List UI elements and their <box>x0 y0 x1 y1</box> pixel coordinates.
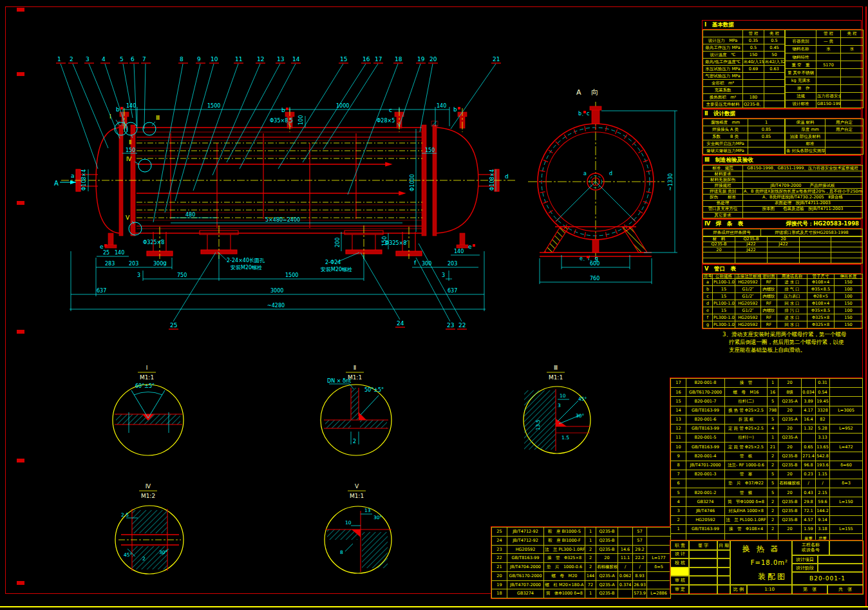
bom-no: 21 <box>492 563 507 572</box>
bom-total-weight: 1.15 <box>816 470 830 479</box>
welding-code: 焊接代号：HG20583-1998 <box>786 220 859 227</box>
table-row <box>703 258 863 263</box>
balloon-3: 3 <box>86 56 90 62</box>
cell-label: 焊接接头 A 类 <box>703 126 748 133</box>
cell-value <box>841 77 863 84</box>
nozzle-row: fPL300-1.0HG20592RF进 水 口Φ325×8150 <box>703 314 863 321</box>
cell-label: 焊接规程 <box>703 183 743 189</box>
table-row: 标准 <box>786 140 863 148</box>
table-row: 管口及支座方位按本图 包装及运输 按JB/T4711-2003 <box>703 206 863 212</box>
tb-date-cell <box>717 584 731 595</box>
bom-unit-weight: 0.034 <box>802 388 816 397</box>
cell-label: 管口及支座方位 <box>703 206 743 212</box>
cell-label: 材料无损探伤 <box>703 177 743 183</box>
balloon-11: 11 <box>235 56 242 62</box>
cell: c <box>703 293 713 300</box>
bom-unit-weight: 29.8 <box>802 497 816 506</box>
cell-value: 管 程 <box>816 30 841 38</box>
bom-row: 23HG20592法 兰 PL300-1.0RF2Q235-B14.629.2 <box>492 545 671 554</box>
cell: Φ325×8 <box>807 314 835 321</box>
cell <box>831 247 863 253</box>
bom-material: 20 <box>778 406 802 415</box>
bom-row: 22GB/T8163-99接 管 Φ325×822011.122.2L=177 <box>492 554 671 563</box>
cell: 进 水 口 <box>777 314 807 321</box>
bom-qty: 2 <box>768 506 778 515</box>
cell: 20 <box>768 236 800 242</box>
manufacture-table: 标准、规范GB150-1998、GB151-1999、压力容器安全技术监察规程材… <box>703 165 863 218</box>
bom-no: 3 <box>671 506 686 515</box>
section-design-data: Ⅱ 设计数据 腐蚀裕度 mm1焊接接头 A 类0.85系数 B 类0.85安全阀… <box>702 109 862 155</box>
cell-label <box>786 30 816 38</box>
cell: 回 水 口 <box>777 321 807 329</box>
bom-unit-weight: 3.89 <box>802 397 816 406</box>
bom-qty: 1 <box>768 379 778 388</box>
bom-total-weight: 5.28 <box>816 424 830 433</box>
bom-material: 20 <box>778 379 802 388</box>
dim-100: 100 <box>298 115 304 125</box>
bom-unit-weight: 4.17 <box>802 406 816 415</box>
balloon-2: 2 <box>70 56 73 62</box>
bom-row: 12GB/T8163-99定 距 管 Φ25×2.54201.325.28L=9… <box>671 424 863 433</box>
cell-value <box>841 38 863 46</box>
cell: RF <box>761 321 777 329</box>
bom-total-weight: 3.18 <box>816 525 830 534</box>
label-b2: b <box>281 107 285 113</box>
section-manufacture: Ⅲ 制造检验及验收 标准、规范GB150-1998、GB151-1999、压力容… <box>702 155 862 219</box>
table-row: 最高工作压力 MPa0.50.45 <box>703 44 785 52</box>
bom-qty: 1 <box>585 528 596 537</box>
cell-label: 气密试验压力 MPa <box>703 73 743 80</box>
cell-value <box>743 87 764 94</box>
cell: e <box>703 307 713 314</box>
label-b3: b <box>453 106 457 113</box>
bom-material: 20 <box>778 424 802 433</box>
view-a-arrow <box>60 180 76 184</box>
cell: b <box>703 286 713 293</box>
bom-note <box>830 397 863 406</box>
bom-row: 24JB/T4712-92鞍 座 BⅠ1000-F1Q235-B57 <box>492 536 671 545</box>
balloon-25: 25 <box>170 322 177 329</box>
table-row: 焊接接头 A 类0.85 <box>703 126 785 133</box>
bom-material: Q235-B <box>778 506 802 515</box>
cell-value: JB/T4709-2000 产品焊接试板 <box>743 183 863 189</box>
cell: Φ108×4 <box>807 300 835 307</box>
title-block: 职 责 签 字 日 期 设 计 校 核 审 核 审 定 换 热 器 F=18.0… <box>670 540 863 594</box>
bom-no: 22 <box>492 554 507 563</box>
bom-code: JB/T4712-92 <box>507 528 544 537</box>
balloon-23: 23 <box>447 322 454 329</box>
bom-name: 法 兰 PL100-1.0RF <box>725 515 768 524</box>
cell-value: 壳 程 <box>841 30 863 38</box>
bom-code: JB/T4704-2000 <box>507 563 544 572</box>
bom-note <box>647 536 671 545</box>
design-right-table: 保温 材料用户自定 厚度 mm用户自定油漆 部位及材料 标准备 封头各部位实测厚… <box>785 119 863 155</box>
cell: HG20592 <box>735 279 761 286</box>
dim-noz-g: Φ325×8 <box>143 240 164 245</box>
bom-name: 螺 柱 M20×180-A <box>544 580 585 589</box>
section-welding: Ⅳ 焊 条 表焊接代号：HG20583-1998 焊条或焊丝焊条牌号 焊缝坡口形… <box>702 219 862 264</box>
balloon-5: 5 <box>120 56 124 62</box>
cell-label: 标准、规范 <box>703 166 743 171</box>
nozzle-row: b15G1/2″内螺纹排 气 口Φ35×8.5100 <box>703 286 863 293</box>
bom-qty: 2 <box>768 452 778 461</box>
cell-value: 180 <box>743 94 764 101</box>
cell-label: 设计温度 ℃ <box>703 52 743 59</box>
cell: 内螺纹 <box>761 286 777 293</box>
bom-qty: 72 <box>585 580 596 589</box>
bom-note: δ=5 <box>647 563 671 572</box>
dim-140-right: 140 <box>437 103 446 109</box>
bom-note: L=2886 <box>647 589 671 598</box>
bom-code: B20-001-3 <box>686 470 725 479</box>
bom-row: 11B20-001-5拉杆(一)1Q235-A3.13 <box>671 434 863 443</box>
cell: J422 <box>735 247 768 253</box>
balloon-24: 24 <box>397 320 404 327</box>
bom-qty: 2 <box>768 461 778 470</box>
cell <box>800 258 831 263</box>
cell: RF <box>761 300 777 307</box>
drawing-type: 装配图 <box>758 571 792 582</box>
equipment-area: F=18.0m² <box>751 559 792 566</box>
bom-note <box>830 506 863 515</box>
bom-no: 23 <box>492 545 507 554</box>
bom-row: 15B20-001-7拉杆(二)5Q235-A3.8919.45 <box>671 397 863 406</box>
bom-qty: 5 <box>768 397 778 406</box>
bom-row: 3JB/T4746封头EHA 1000×82Q235-B72.1144.2 <box>671 506 863 515</box>
cell: 压力表口 <box>777 293 807 300</box>
